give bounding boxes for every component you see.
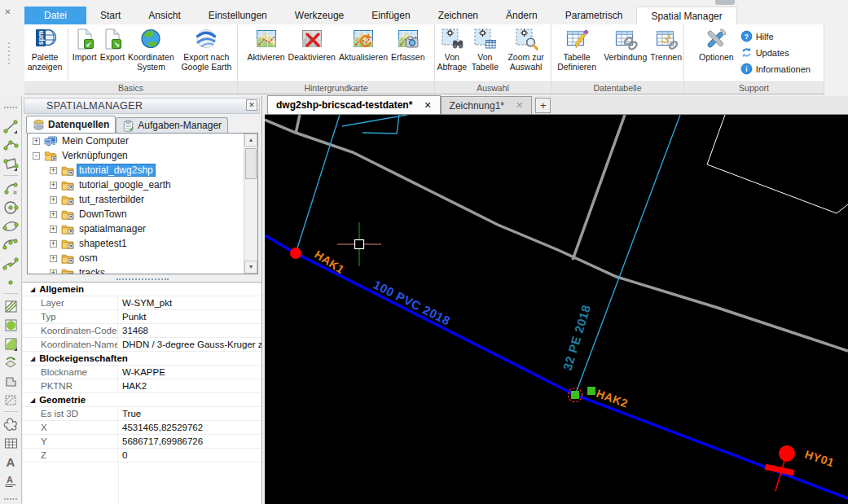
verbindung-button[interactable]: Verbindung (602, 26, 648, 62)
hak2-node-selected[interactable] (571, 391, 579, 399)
street-gray-stub[interactable] (296, 115, 300, 134)
property-value[interactable]: 0 (118, 449, 261, 462)
tree-expander-icon[interactable]: + (50, 255, 57, 262)
ribbon-tab-spatial-manager[interactable]: Spatial Manager (636, 7, 736, 24)
koordinaten-system-button[interactable]: Koordinaten System (126, 26, 176, 72)
tree-item-tutorial-google-earth[interactable]: +tutorial_google_earth (28, 177, 257, 192)
draw-line-icon[interactable] (1, 116, 20, 135)
informationen-link[interactable]: iInformationen (740, 63, 811, 75)
hak1-node[interactable] (290, 248, 301, 259)
tree-expander-icon[interactable]: + (50, 226, 57, 233)
property-value[interactable]: Punkt (118, 310, 261, 323)
tree-expander-icon[interactable]: + (50, 196, 57, 204)
export-nach-google-earth-button[interactable]: Export nach Google Earth (176, 26, 237, 72)
trennen-button[interactable]: Trennen (648, 26, 683, 62)
optionen-button[interactable]: Optionen (697, 26, 736, 62)
tree-item-label[interactable]: Mein Computer (59, 134, 131, 147)
import-button[interactable]: ↙Import (71, 26, 99, 62)
drag-dots-icon[interactable] (1, 98, 20, 116)
tree-item-verknüpfungen[interactable]: -Verknüpfungen (28, 148, 257, 163)
new-document-tab-button[interactable]: + (535, 98, 551, 113)
von-abfrage-button[interactable]: Von Abfrage (435, 26, 469, 72)
ribbon-tab-ansicht[interactable]: Ansicht (134, 7, 194, 24)
property-value[interactable]: 4531465,82529762 (118, 421, 261, 434)
street-gray-branch[interactable] (573, 115, 625, 260)
street-gray-main[interactable] (265, 120, 848, 351)
hy01-node[interactable] (779, 445, 795, 462)
cloud-icon[interactable] (1, 414, 20, 433)
ribbon-tab-ändern[interactable]: Ändern (492, 7, 551, 24)
property-section-geometrie[interactable]: ◢Geometrie (23, 393, 261, 407)
property-value[interactable]: 31468 (118, 324, 261, 337)
property-value[interactable]: 5686717,69986726 (118, 435, 261, 448)
updates-link[interactable]: Updates (740, 46, 811, 59)
tree-item-label[interactable]: tutorial_google_earth (77, 178, 174, 191)
panel-close-button[interactable]: ✕ (246, 99, 257, 111)
von-tabelle-button[interactable]: Von Tabelle (469, 26, 502, 72)
scroll-thumb[interactable] (245, 148, 257, 179)
tree-item-shapetest1[interactable]: +shapetest1 (28, 236, 257, 251)
property-value[interactable]: True (118, 407, 261, 420)
aktualisieren-button[interactable]: Aktualisieren (337, 26, 389, 62)
draw-ellipse-arc-icon[interactable] (1, 234, 20, 253)
export-button[interactable]: ↘Export (99, 26, 126, 62)
map-drawing[interactable]: HAK1100 PVC 201832 PE 2018HAK2HY01 (265, 115, 848, 504)
palette-anzeigen-button[interactable]: spmPalette anzeigen (24, 26, 65, 72)
aktivieren-button[interactable]: Aktivieren (245, 26, 286, 62)
ribbon-tab-parametrisch[interactable]: Parametrisch (551, 7, 637, 24)
deaktivieren-button[interactable]: Deaktivieren (287, 26, 337, 62)
draw-arc3-icon[interactable] (1, 135, 20, 154)
water-pipe-main[interactable] (265, 235, 848, 498)
tree-item-mein-computer[interactable]: +Mein Computer (28, 134, 257, 148)
hilfe-link[interactable]: ?Hilfe (740, 30, 811, 42)
panel-tab-datenquellen[interactable]: Datenquellen (26, 116, 116, 133)
tree-scrollbar[interactable]: ▲ ▼ (244, 134, 257, 274)
service-line-hak2[interactable] (575, 115, 680, 395)
tree-item-tutorial-dwg2shp[interactable]: +tutorial_dwg2shp (28, 163, 257, 177)
tree-item-label[interactable]: Verknüpfungen (59, 149, 130, 162)
tree-item-label[interactable]: DownTown (77, 208, 130, 221)
tab-close-icon[interactable]: ✕ (424, 100, 431, 111)
zoom-zur-auswahl-button[interactable]: Zoom zur Auswahl (501, 26, 551, 72)
property-value[interactable]: W-KAPPE (118, 366, 261, 379)
panel-tab-aufgaben-manager[interactable]: Aufgaben-Manager (116, 117, 228, 133)
property-section-blockeigenschaften[interactable]: ◢Blockeigenschaften (23, 352, 261, 366)
tree-item-tracks[interactable]: +tracks (28, 265, 257, 274)
scroll-up-icon[interactable]: ▲ (244, 134, 257, 147)
flip-icon[interactable] (1, 353, 20, 371)
tree-item-downtown[interactable]: +DownTown (28, 207, 257, 221)
ribbon-tab-datei[interactable]: Datei (24, 7, 86, 24)
tree-item-label[interactable]: tutorial_dwg2shp (77, 164, 156, 177)
tree-item-label[interactable]: tut_rasterbilder (77, 193, 147, 206)
panel-splitter[interactable] (23, 277, 261, 281)
ribbon-tab-einfügen[interactable]: Einfügen (358, 7, 424, 24)
draw-arc-icon[interactable] (1, 178, 20, 197)
tree-item-label[interactable]: shapetest1 (77, 237, 130, 250)
drag-dots-icon[interactable] (1, 489, 20, 504)
tree-expander-icon[interactable]: + (50, 211, 57, 218)
ribbon-tab-einstellungen[interactable]: Einstellungen (195, 7, 281, 24)
text-line-icon[interactable]: A (1, 471, 20, 489)
ribbon-tab-werkzeuge[interactable]: Werkzeuge (281, 7, 358, 24)
property-section-allgemein[interactable]: ◢Allgemein (23, 283, 261, 296)
tree-item-osm[interactable]: +osm (28, 251, 257, 265)
property-value[interactable]: W-SYM_pkt (118, 296, 261, 309)
draw-rect-icon[interactable] (1, 154, 20, 173)
shape-icon[interactable] (1, 371, 20, 390)
tree-expander-icon[interactable]: + (33, 138, 40, 145)
draw-point-icon[interactable] (1, 272, 20, 291)
tree-item-label[interactable]: spatialmanager (77, 222, 148, 235)
hatch-icon[interactable] (1, 296, 20, 315)
hatch-solid-icon[interactable] (1, 315, 20, 334)
property-value[interactable]: HAK2 (118, 379, 261, 392)
table-icon[interactable] (1, 433, 20, 452)
erfassen-button[interactable]: Erfassen (389, 26, 426, 62)
tree-expander-icon[interactable]: + (50, 270, 57, 275)
hatch-gradient-icon[interactable] (1, 334, 20, 353)
property-value[interactable]: DHDN / 3-degree Gauss-Kruger z (118, 338, 261, 351)
tabelle-definieren-button[interactable]: Tabelle Definieren (551, 26, 602, 72)
document-tab-zeichnung1[interactable]: Zeichnung1*✕ (441, 96, 533, 114)
hak2-node-2[interactable] (587, 387, 595, 395)
region-icon[interactable] (1, 390, 20, 409)
building-outline-white[interactable] (707, 115, 848, 213)
